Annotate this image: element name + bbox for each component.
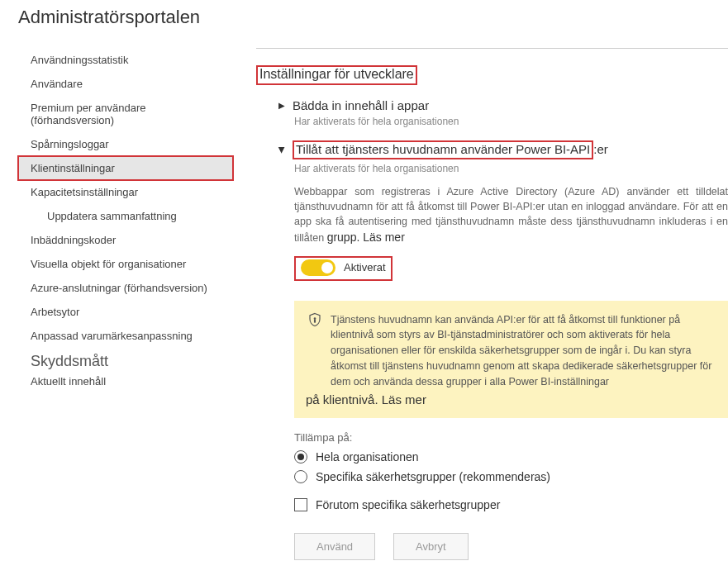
enabled-toggle-label: Aktiverat (344, 261, 386, 273)
sidebar-item-embed-codes[interactable]: Inbäddningskoder (18, 228, 233, 252)
svg-rect-1 (315, 320, 316, 322)
cancel-button[interactable]: Avbryt (393, 533, 469, 560)
embed-content-toggle-header[interactable]: ▶ Bädda in innehåll i appar (278, 98, 728, 112)
sidebar-item-audit-logs[interactable]: Spårningsloggar (18, 132, 233, 156)
sidebar: Användningsstatistik Användare Premium p… (18, 48, 233, 561)
developer-settings-heading: Inställningar för utvecklare (256, 65, 417, 85)
enabled-toggle[interactable] (301, 259, 335, 276)
sidebar-item-users[interactable]: Användare (18, 72, 233, 96)
radio-entire-org-label: Hela organisationen (316, 450, 419, 464)
sidebar-item-usage-stats[interactable]: Användningsstatistik (18, 48, 233, 72)
page-title: Administratörsportalen (18, 7, 728, 28)
sidebar-item-workspaces[interactable]: Arbetsytor (18, 300, 233, 324)
except-groups-checkbox[interactable] (294, 498, 307, 511)
info-learn-more-link[interactable]: Läs mer (382, 392, 426, 406)
sidebar-item-refresh-summary[interactable]: Uppdatera sammanfattning (18, 204, 233, 228)
sidebar-item-featured-content[interactable]: Aktuellt innehåll (18, 373, 233, 393)
embed-content-title: Bädda in innehåll i appar (293, 98, 429, 112)
svg-point-0 (314, 317, 316, 319)
sidebar-section-protection: Skyddsmått (18, 348, 233, 373)
sidebar-item-org-visuals[interactable]: Visuella objekt för organisationer (18, 252, 233, 276)
except-groups-label: Förutom specifika säkerhetsgrupper (316, 498, 500, 511)
chevron-down-icon: ▶ (278, 146, 287, 155)
apply-to-label: Tillämpa på: (294, 431, 728, 444)
main-content: Inställningar för utvecklare ▶ Bädda in … (233, 48, 728, 561)
learn-more-link[interactable]: Läs mer (363, 231, 405, 244)
sidebar-item-premium-per-user[interactable]: Premium per användare (förhandsversion) (18, 96, 233, 132)
service-principal-status: Har aktiverats för hela organisationen (294, 163, 728, 174)
shield-icon (307, 312, 322, 390)
sidebar-item-tenant-settings[interactable]: Klientinställningar (18, 156, 233, 180)
radio-entire-org[interactable] (294, 450, 307, 464)
radio-specific-groups-label: Specifika säkerhetsgrupper (rekommendera… (316, 470, 550, 483)
sidebar-item-azure-connections[interactable]: Azure-anslutningar (förhandsversion) (18, 276, 233, 300)
apply-button[interactable]: Använd (294, 533, 375, 560)
info-banner-text: Tjänstens huvudnamn kan använda API:er f… (331, 312, 715, 390)
service-principal-title-suffix: :er (593, 142, 608, 156)
service-principal-toggle-header[interactable]: ▶ Tillåt att tjänsters huvudnamn använde… (278, 140, 728, 159)
divider (256, 48, 728, 49)
sidebar-item-capacity-settings[interactable]: Kapacitetsinställningar (18, 180, 233, 204)
service-principal-description: Webbappar som registreras i Azure Active… (294, 184, 728, 246)
radio-specific-groups[interactable] (294, 470, 307, 483)
service-principal-title: Tillåt att tjänsters huvudnamn använder … (293, 140, 593, 159)
info-banner: Tjänstens huvudnamn kan använda API:er f… (294, 301, 728, 418)
embed-content-status: Har aktiverats för hela organisationen (294, 116, 728, 127)
sidebar-item-custom-branding[interactable]: Anpassad varumärkesanpassning (18, 324, 233, 348)
chevron-right-icon: ▶ (278, 101, 286, 110)
